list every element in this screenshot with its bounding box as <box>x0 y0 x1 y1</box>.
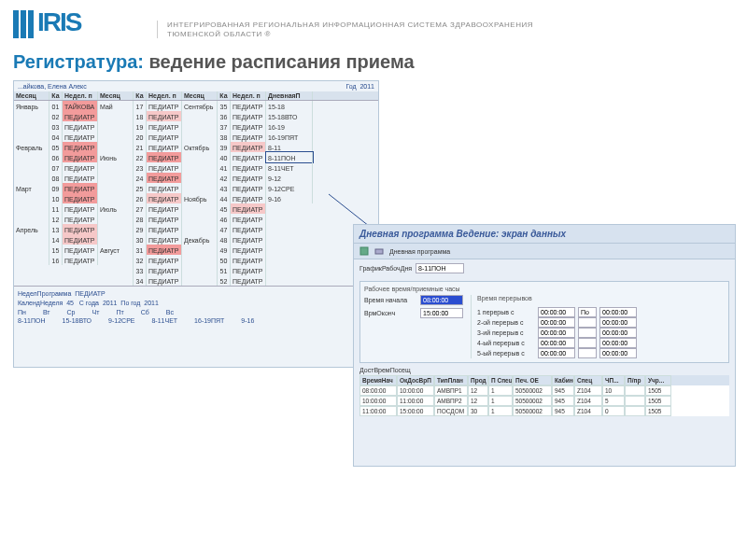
month-cell <box>98 173 134 183</box>
week-program[interactable]: ПЕДИАТР <box>231 111 266 121</box>
daily-program[interactable]: 9-12 <box>266 173 313 183</box>
week-program[interactable]: ПЕДИАТР <box>147 142 182 152</box>
break-day[interactable] <box>578 307 597 317</box>
week-program[interactable]: ПЕДИАТР <box>63 214 98 224</box>
break-day[interactable] <box>578 338 597 348</box>
end-input[interactable] <box>420 308 463 318</box>
break-from[interactable] <box>538 338 575 348</box>
week-program[interactable]: ПЕДИАТР <box>147 183 182 193</box>
week-program[interactable]: ПЕДИАТР <box>147 265 182 275</box>
week-program[interactable]: ПЕДИАТР <box>63 234 98 245</box>
week-program[interactable]: ПЕДИАТР <box>147 245 182 255</box>
visit-row[interactable]: 11:00:0015:00:00ПОСДОМ30150500002945Z104… <box>359 406 729 416</box>
week-program[interactable]: ПЕДИАТР <box>63 142 98 152</box>
week-program[interactable]: ПЕДИАТР <box>231 214 266 224</box>
week-program[interactable]: ПЕДИАТР <box>147 101 182 111</box>
week-program[interactable]: ПЕДИАТР <box>63 193 98 203</box>
week-program[interactable]: ПЕДИАТР <box>147 121 182 132</box>
daily-program[interactable]: 15-18 <box>266 101 313 111</box>
break-to[interactable] <box>599 307 637 317</box>
week-program[interactable]: ПЕДИАТР <box>231 255 266 265</box>
week-program[interactable]: ПЕДИАТР <box>231 121 266 132</box>
week-program[interactable]: ПЕДИАТР <box>231 234 266 245</box>
daily-program[interactable]: 9-16 <box>266 193 313 203</box>
week-program[interactable]: ПЕДИАТР <box>231 193 266 203</box>
week-program[interactable]: ПЕДИАТР <box>147 173 182 183</box>
daily-program[interactable]: 15-18ВТО <box>266 111 313 121</box>
week-program[interactable]: ПЕДИАТР <box>147 224 182 234</box>
week-program[interactable]: ПЕДИАТР <box>231 142 266 152</box>
week-program[interactable]: ПЕДИАТР <box>147 234 182 245</box>
week-program[interactable]: ПЕДИАТР <box>147 162 182 173</box>
week-program[interactable]: ПЕДИАТР <box>63 111 98 121</box>
week-program[interactable]: ПЕДИАТР <box>231 245 266 255</box>
week-program[interactable]: ПЕДИАТР <box>147 193 182 203</box>
week-program[interactable]: ПЕДИАТР <box>63 224 98 234</box>
week-program[interactable]: ПЕДИАТР <box>63 121 98 132</box>
week-program[interactable]: ПЕДИАТР <box>147 111 182 121</box>
week-program[interactable]: ПЕДИАТР <box>231 275 266 286</box>
daily-program[interactable]: 16-19ПЯТ <box>266 132 313 142</box>
break-from[interactable] <box>538 328 575 338</box>
week-program[interactable]: ПЕДИАТР <box>231 152 266 162</box>
week-program[interactable]: ПЕДИАТР <box>147 255 182 265</box>
tagline: ИНТЕГРИРОВАННАЯ РЕГИОНАЛЬНАЯ ИНФОРМАЦИОН… <box>157 21 533 38</box>
break-day[interactable] <box>578 328 597 338</box>
week-program[interactable]: ПЕДИАТР <box>231 173 266 183</box>
week-num: 50 <box>218 255 231 265</box>
week-program[interactable]: ПЕДИАТР <box>63 132 98 142</box>
break-day[interactable] <box>578 317 597 328</box>
daily-program[interactable]: 16-19 <box>266 121 313 132</box>
week-program[interactable]: ПЕДИАТР <box>147 214 182 224</box>
week-program[interactable]: ПЕДИАТР <box>63 152 98 162</box>
week-program[interactable]: ПЕДИАТР <box>147 275 182 286</box>
week-num: 47 <box>218 224 231 234</box>
week-program[interactable]: ПЕДИАТР <box>231 132 266 142</box>
week-program[interactable]: ПЕДИАТР <box>231 183 266 193</box>
break-from[interactable] <box>538 307 575 317</box>
week-program[interactable]: ПЕДИАТР <box>231 203 266 214</box>
week-program[interactable]: ПЕДИАТР <box>231 224 266 234</box>
week-program[interactable]: ПЕДИАТР <box>63 183 98 193</box>
graphic-input[interactable] <box>416 263 464 273</box>
daily-program[interactable]: 8-11ПОН <box>266 152 313 162</box>
break-to[interactable] <box>599 348 637 358</box>
start-input[interactable] <box>420 295 463 305</box>
week-num: 03 <box>49 121 63 132</box>
week-num: 15 <box>49 245 63 255</box>
visit-row[interactable]: 10:00:0011:00:00АМВПР212150500002945Z104… <box>359 396 729 406</box>
visit-row[interactable]: 08:00:0010:00:00АМВПР112150500002945Z104… <box>359 385 729 396</box>
daily-program[interactable]: 8-11ЧЕТ <box>266 162 313 173</box>
week-num: 33 <box>134 265 147 275</box>
week-program[interactable]: ПЕДИАТР <box>231 101 266 111</box>
week-program[interactable]: ПЕДИАТР <box>63 162 98 173</box>
week-program[interactable]: ПЕДИАТР <box>63 245 98 255</box>
week-num: 34 <box>134 275 147 286</box>
print-icon[interactable] <box>374 246 384 256</box>
break-to[interactable] <box>599 328 637 338</box>
break-day[interactable] <box>578 348 597 358</box>
save-icon[interactable] <box>359 246 369 256</box>
week-num: 32 <box>134 255 147 265</box>
week-program[interactable]: ПЕДИАТР <box>63 203 98 214</box>
daily-program[interactable]: 8-11 <box>266 142 313 152</box>
week-program[interactable]: ПЕДИАТР <box>63 173 98 183</box>
week-program[interactable]: ПЕДИАТР <box>147 203 182 214</box>
end-label: ВрмОконч <box>364 310 416 316</box>
break-to[interactable] <box>599 317 637 328</box>
week-program[interactable]: ПЕДИАТР <box>231 265 266 275</box>
schedule-header: МесяцКаНедел. п МесяцКаНедел. п МесяцКаН… <box>14 91 378 101</box>
week-program[interactable]: ПЕДИАТР <box>147 132 182 142</box>
week-program[interactable]: ТАЙКОВА <box>63 101 98 111</box>
owner-name: ...айкова, Елена Алекс <box>18 83 87 90</box>
break-to[interactable] <box>599 338 637 348</box>
break-label: 3-ий перерыв с <box>477 329 535 336</box>
week-program[interactable]: ПЕДИАТР <box>231 162 266 173</box>
break-from[interactable] <box>538 348 575 358</box>
week-num: 29 <box>134 224 147 234</box>
break-from[interactable] <box>538 317 575 328</box>
daily-program[interactable]: 9-12СРЕ <box>266 183 313 193</box>
week-program[interactable]: ПЕДИАТР <box>63 255 98 265</box>
week-program[interactable]: ПЕДИАТР <box>147 152 182 162</box>
group-breaks-title: Время перерывов <box>477 295 725 301</box>
